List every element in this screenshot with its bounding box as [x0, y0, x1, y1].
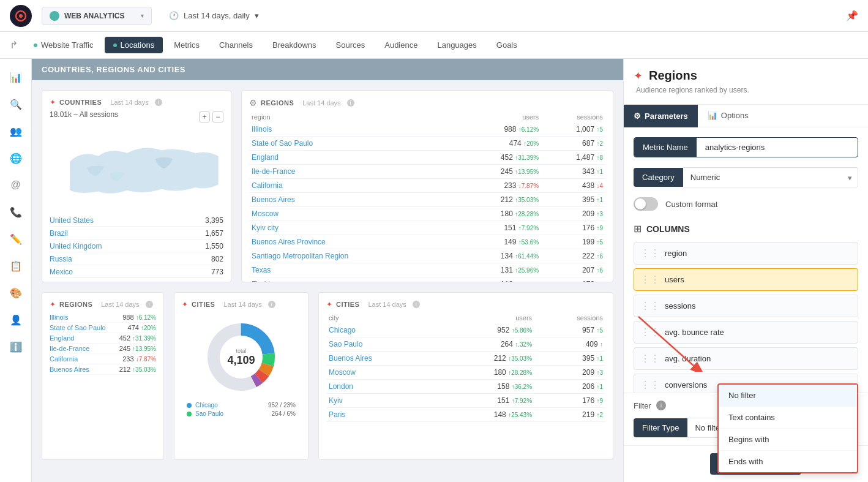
region-link[interactable]: Illinois [252, 125, 272, 134]
info-icon: i [413, 301, 420, 308]
city-link[interactable]: Moscow [329, 368, 356, 377]
ctrl-buttons: + − [199, 111, 223, 122]
date-selector[interactable]: 🕐 Last 14 days, daily ▾ [162, 7, 266, 24]
region-link[interactable]: Buenos Aires Province [252, 238, 326, 246]
rp-header: ✦ Regions Audience regions ranked by use… [624, 59, 868, 105]
country-name[interactable]: United States [50, 216, 94, 225]
dropdown-option-ends-with[interactable]: Ends with [719, 451, 857, 472]
tab-options[interactable]: 📊 Options [698, 105, 758, 127]
pin-icon[interactable]: 📌 [846, 10, 858, 21]
users-cell: 212 ↑35.03% [436, 352, 534, 366]
nav-back-icon[interactable]: ↱ [10, 39, 18, 51]
panel-header: ✦ CITIES Last 14 days i [326, 300, 605, 309]
tab-sources[interactable]: Sources [327, 37, 374, 53]
country-name[interactable]: Russia [50, 255, 72, 263]
city-link[interactable]: Sao Paulo [329, 340, 362, 348]
sidebar-item-globe[interactable]: 🌐 [5, 147, 27, 169]
column-item-sessions[interactable]: ⋮⋮ sessions [634, 295, 858, 317]
tab-website-traffic[interactable]: Website Traffic [25, 37, 102, 53]
country-row: United States 3,395 [50, 215, 223, 227]
sidebar-item-edit[interactable]: ✏️ [5, 228, 27, 250]
city-link[interactable]: Buenos Aires [329, 354, 372, 363]
sidebar-item-phone[interactable]: 📞 [5, 201, 27, 223]
region-link[interactable]: Florida [252, 280, 274, 282]
tab-metrics[interactable]: Metrics [165, 37, 208, 53]
sessions-cell: 176 ↑9 [534, 394, 605, 408]
country-name[interactable]: Mexico [50, 268, 73, 276]
region-name[interactable]: Ile-de-France [50, 345, 89, 352]
region-link[interactable]: State of Sao Paulo [252, 139, 313, 148]
region-name[interactable]: Illinois [50, 314, 69, 321]
tab-audience[interactable]: Audience [376, 37, 426, 53]
sidebar-item-brush[interactable]: 🎨 [5, 282, 27, 304]
sidebar-item-at[interactable]: @ [5, 174, 27, 196]
workspace-selector[interactable]: WEB ANALYTICS ▾ [42, 7, 152, 25]
dot-icon [113, 43, 117, 47]
panel-subtitle: Last 14 days [101, 301, 139, 308]
tab-languages[interactable]: Languages [428, 37, 485, 53]
column-item-avg-duration[interactable]: ⋮⋮ avg. duration [634, 347, 858, 370]
sessions-cell: 957 ↑5 [534, 323, 605, 337]
zoom-in-button[interactable]: + [199, 111, 210, 122]
tab-parameters[interactable]: ⚙ Parameters [624, 105, 698, 127]
custom-format-toggle[interactable] [634, 197, 658, 211]
panel-title: REGIONS [59, 301, 92, 308]
filter-info-icon[interactable]: i [656, 401, 666, 410]
top-bar: WEB ANALYTICS ▾ 🕐 Last 14 days, daily ▾ … [0, 0, 868, 32]
column-item-region[interactable]: ⋮⋮ region [634, 242, 858, 265]
region-link[interactable]: Santiago Metropolitan Region [252, 252, 348, 260]
table-row: England 452 ↑31.39% 1,487 ↑8 [249, 151, 605, 165]
region-name[interactable]: State of Sao Paulo [50, 324, 106, 331]
region-name[interactable]: California [50, 355, 78, 363]
region-link[interactable]: Ile-de-France [252, 167, 295, 176]
users-cell: 134 ↑61.44% [454, 249, 541, 263]
tab-breakdowns[interactable]: Breakdowns [264, 37, 325, 53]
users-cell: 952 ↑5.86% [436, 323, 534, 337]
region-link[interactable]: Buenos Aires [252, 195, 295, 204]
list-item: Buenos Aires 212 ↑35.03% [50, 364, 156, 375]
region-link[interactable]: California [252, 181, 283, 190]
dropdown-option-text-contains[interactable]: Text contains [719, 407, 857, 429]
legend-value: 952 / 23% [268, 402, 296, 409]
region-value: 452 ↑31.39% [119, 334, 156, 342]
list-item: California 233 ↓7.87% [50, 354, 156, 364]
column-label: users [665, 275, 851, 284]
panel-header: ⚙ REGIONS Last 14 days i [249, 98, 605, 108]
workspace-label: WEB ANALYTICS [64, 12, 136, 20]
summary-line: 18.01k – All sessions [50, 110, 118, 119]
column-item-avg-bounce-rate[interactable]: ⋮⋮ avg. bounce rate [634, 321, 858, 344]
sidebar-item-search[interactable]: 🔍 [5, 93, 27, 115]
region-link[interactable]: Moscow [252, 209, 279, 218]
city-link[interactable]: Chicago [329, 326, 356, 334]
sidebar-item-report[interactable]: 📋 [5, 255, 27, 277]
region-link[interactable]: Kyiv city [252, 224, 279, 232]
country-name[interactable]: Brazil [50, 229, 68, 238]
sessions-cell: 1,487 ↑8 [541, 151, 605, 165]
tab-locations[interactable]: Locations [105, 37, 163, 53]
region-link[interactable]: Texas [252, 266, 271, 274]
zoom-out-button[interactable]: − [212, 111, 223, 122]
tab-goals[interactable]: Goals [488, 37, 526, 53]
sidebar-item-analytics[interactable]: 📊 [5, 66, 27, 88]
city-link[interactable]: Kyiv [329, 396, 343, 405]
country-name[interactable]: Argentina [50, 281, 81, 282]
logo[interactable] [10, 5, 32, 27]
dropdown-option-begins-with[interactable]: Begins with [719, 429, 857, 451]
city-link[interactable]: Paris [329, 410, 345, 419]
column-item-users[interactable]: ⋮⋮ users [634, 268, 858, 291]
sidebar-item-info[interactable]: ℹ️ [5, 336, 27, 358]
region-name[interactable]: Buenos Aires [50, 366, 89, 373]
region-link[interactable]: England [252, 153, 279, 162]
tab-channels[interactable]: Channels [211, 37, 261, 53]
city-link[interactable]: London [329, 382, 353, 391]
table-row: Buenos Aires 212 ↑35.03% 395 ↑1 [326, 352, 605, 366]
region-cell: Buenos Aires [249, 193, 454, 207]
table-row: Chicago 952 ↑5.86% 957 ↑5 [326, 323, 605, 337]
dropdown-option-no-filter[interactable]: No filter [719, 385, 857, 407]
sidebar-item-users[interactable]: 👥 [5, 120, 27, 142]
sidebar-item-person[interactable]: 👤 [5, 309, 27, 331]
tab-parameters-label: Parameters [645, 111, 688, 121]
category-select[interactable]: Numeric [683, 167, 858, 187]
country-name[interactable]: United Kingdom [50, 242, 102, 250]
region-name[interactable]: England [50, 334, 74, 342]
